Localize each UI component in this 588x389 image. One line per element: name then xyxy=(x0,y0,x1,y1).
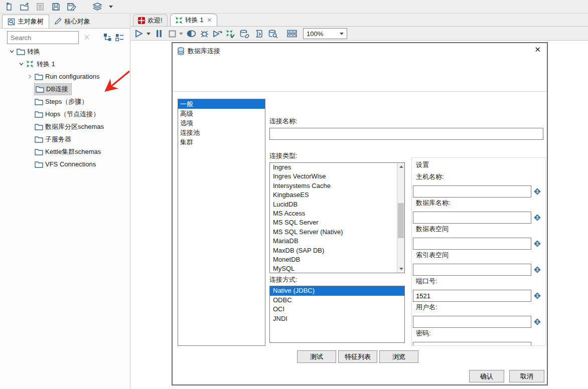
variable-icon[interactable]: $ xyxy=(533,187,541,196)
feature-list-button[interactable]: 特征列表 xyxy=(338,350,377,363)
run-toolbar: 100% xyxy=(131,27,588,41)
pause-icon[interactable] xyxy=(154,29,164,39)
scrollbar[interactable] xyxy=(397,163,404,273)
index-tablespace-input[interactable] xyxy=(413,264,531,276)
preview-icon[interactable] xyxy=(186,29,196,39)
connection-type-option[interactable]: MaxDB (SAP DB) xyxy=(270,246,396,255)
tree-item-cluster-schemas[interactable]: Kettle集群schemas xyxy=(0,145,130,158)
tree-item-label: Hops（节点连接） xyxy=(45,110,99,119)
layers-icon[interactable] xyxy=(92,2,102,12)
connection-type-option[interactable]: MySQL xyxy=(270,264,396,273)
tree-item-transformation-1[interactable]: 转换 1 xyxy=(0,58,130,70)
tab-transformation-1[interactable]: 转换 1 ✕ xyxy=(170,14,217,26)
access-type-option[interactable]: ODBC xyxy=(270,296,404,305)
folder-icon xyxy=(35,161,45,168)
variable-icon[interactable]: $ xyxy=(533,240,541,248)
nav-item-pooling[interactable]: 连接池 xyxy=(178,128,265,137)
connection-type-option[interactable]: LucidDB xyxy=(270,200,396,209)
document-tabs: 欢迎! 转换 1 ✕ xyxy=(131,14,588,27)
properties-icon[interactable] xyxy=(35,2,45,12)
tree-item-vfs-connections[interactable]: VFS Connections xyxy=(0,158,130,170)
database-name-input[interactable] xyxy=(413,212,531,224)
verify-transformation-icon[interactable] xyxy=(225,29,235,39)
new-file-icon[interactable] xyxy=(4,2,14,12)
username-input[interactable] xyxy=(413,316,531,328)
connection-type-option[interactable]: KingbaseES xyxy=(270,190,396,200)
show-details-icon[interactable] xyxy=(115,33,124,42)
nav-item-clustering[interactable]: 集群 xyxy=(178,137,265,147)
nav-item-general[interactable]: 一般 xyxy=(178,99,265,109)
connection-type-option[interactable]: MS SQL Server xyxy=(270,218,396,227)
explore-button[interactable]: 浏览 xyxy=(379,350,418,363)
variable-icon[interactable]: $ xyxy=(533,292,541,300)
tree-item-db-connections[interactable]: DB连接 xyxy=(0,83,130,95)
clear-search-icon[interactable]: ✕ xyxy=(82,33,92,42)
cancel-button[interactable]: 取消 xyxy=(509,370,544,382)
access-type-option[interactable]: Native (JDBC) xyxy=(270,286,404,296)
impact-analysis-icon[interactable] xyxy=(239,29,249,39)
port-number-input[interactable] xyxy=(413,290,531,302)
access-type-option[interactable]: JNDI xyxy=(270,314,404,324)
zoom-level-select[interactable]: 100% xyxy=(303,28,347,39)
database-icon xyxy=(178,47,184,55)
settings-panel: 设置 主机名称: $ 数据库名称: $ 数据表空间 $ 索引表空间 $ 端口号:… xyxy=(411,157,546,346)
data-tablespace-input[interactable] xyxy=(413,238,531,250)
stop-options-caret-icon[interactable] xyxy=(178,29,184,39)
connection-type-option[interactable]: MariaDB xyxy=(270,237,396,246)
open-file-icon[interactable] xyxy=(20,2,30,12)
host-name-input[interactable] xyxy=(413,185,531,198)
run-icon[interactable] xyxy=(134,29,144,39)
tree-item-partition-schemas[interactable]: 数据库分区schemas xyxy=(0,120,130,133)
selected-tree-item[interactable]: DB连接 xyxy=(35,84,71,95)
tree-item-run-configurations[interactable]: Run configurations xyxy=(0,70,130,83)
nav-item-options[interactable]: 选项 xyxy=(178,118,265,128)
nav-item-advanced[interactable]: 高级 xyxy=(178,109,265,118)
chevron-down-icon[interactable] xyxy=(17,61,26,67)
tree-item-steps[interactable]: Steps（步骤） xyxy=(0,95,130,108)
layers-dropdown-caret-icon[interactable] xyxy=(108,2,114,12)
close-dialog-icon[interactable]: ✕ xyxy=(534,45,541,54)
variable-icon[interactable]: $ xyxy=(533,318,541,326)
execution-results-icon[interactable] xyxy=(287,29,297,39)
test-button[interactable]: 测试 xyxy=(297,350,336,363)
generate-sql-icon[interactable] xyxy=(254,29,264,39)
chevron-down-icon[interactable] xyxy=(7,49,17,54)
connection-type-option[interactable]: Intersystems Cache xyxy=(270,181,396,190)
tree-item-slave-servers[interactable]: 子服务器 xyxy=(0,133,130,145)
tree-item-hops[interactable]: Hops（节点连接） xyxy=(0,108,130,120)
folder-icon xyxy=(35,123,45,130)
connection-type-option[interactable]: MS Access xyxy=(270,209,396,218)
expand-connections-icon[interactable] xyxy=(103,33,112,42)
index-tablespace-label: 索引表空间 xyxy=(416,251,449,260)
close-tab-icon[interactable]: ✕ xyxy=(207,17,212,24)
save-icon[interactable] xyxy=(51,2,61,12)
tree-item-transformations[interactable]: 转换 xyxy=(0,45,130,58)
variable-icon[interactable]: $ xyxy=(533,266,541,274)
chevron-right-icon[interactable] xyxy=(25,74,35,79)
object-tree: 转换 转换 1 Run configurations DB连接 Steps（步骤… xyxy=(0,45,130,170)
tree-item-label: 数据库分区schemas xyxy=(45,122,104,131)
ok-button[interactable]: 确认 xyxy=(469,370,504,382)
variable-icon[interactable]: $ xyxy=(533,214,541,222)
explore-database-icon[interactable] xyxy=(268,29,278,39)
tab-core-objects[interactable]: 核心对象 xyxy=(49,15,95,28)
tab-main-object-tree[interactable]: 主对象树 xyxy=(2,15,49,28)
connection-type-option[interactable]: MonetDB xyxy=(270,255,396,264)
replay-icon[interactable] xyxy=(212,29,222,39)
debug-icon[interactable] xyxy=(199,29,209,39)
stop-icon[interactable] xyxy=(167,29,177,39)
connection-type-option[interactable]: MS SQL Server (Native) xyxy=(270,228,396,237)
connection-type-option[interactable]: Ingres VectorWise xyxy=(270,172,396,181)
scroll-up-icon[interactable] xyxy=(397,163,405,170)
connection-type-option[interactable]: Ingres xyxy=(270,163,396,172)
save-as-icon[interactable] xyxy=(66,2,76,12)
scroll-down-icon[interactable] xyxy=(397,265,405,273)
scrollbar-thumb[interactable] xyxy=(398,203,404,238)
connection-name-input[interactable] xyxy=(269,128,543,140)
pencil-icon xyxy=(54,18,62,25)
access-type-option[interactable]: OCI xyxy=(270,305,404,314)
search-input[interactable] xyxy=(7,31,79,44)
run-options-caret-icon[interactable] xyxy=(145,29,152,39)
tab-welcome[interactable]: 欢迎! xyxy=(133,14,168,26)
password-input[interactable] xyxy=(413,342,531,346)
